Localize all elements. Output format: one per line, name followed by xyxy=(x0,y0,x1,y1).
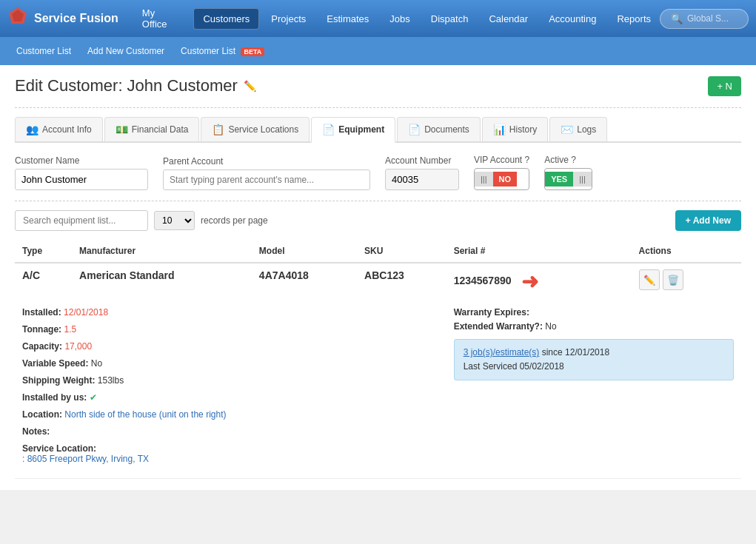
installed-detail: Installed: 12/01/2018 xyxy=(22,307,439,318)
active-toggle[interactable]: YES ||| xyxy=(544,168,592,190)
row-serial: 1234567890 ➜ xyxy=(446,263,632,300)
logo-text: Service Fusion xyxy=(34,12,118,25)
search-icon: 🔍 xyxy=(671,13,683,24)
capacity-detail: Capacity: 17,000 xyxy=(22,341,439,352)
add-new-equipment-btn[interactable]: + Add New xyxy=(675,210,741,231)
table-controls-left: 10 25 50 100 records per page xyxy=(15,210,268,231)
financial-data-icon: 💵 xyxy=(116,124,128,135)
shipping-weight-detail: Shipping Weight: 153lbs xyxy=(22,375,439,386)
row-manufacturer: American Standard xyxy=(72,263,252,300)
arrow-right-icon: ➜ xyxy=(521,269,538,294)
account-number-group: Account Number xyxy=(385,155,459,190)
tonnage-detail: Tonnage: 1.5 xyxy=(22,324,439,335)
vip-group: VIP Account ? ||| NO xyxy=(474,155,529,190)
vip-toggle[interactable]: ||| NO xyxy=(474,168,529,190)
equipment-detail-row: Installed: 12/01/2018 Tonnage: 1.5 Capac… xyxy=(15,300,741,479)
documents-icon: 📄 xyxy=(408,124,421,135)
active-group: Active ? YES ||| xyxy=(544,155,592,190)
nav-calendar[interactable]: Calendar xyxy=(480,9,537,29)
nav-jobs[interactable]: Jobs xyxy=(381,9,418,29)
page-content: Edit Customer: John Customer ✏️ + N 👥 Ac… xyxy=(0,65,756,490)
account-number-label: Account Number xyxy=(385,155,459,166)
service-location-detail: Service Location: : 8605 Freeport Pkwy, … xyxy=(22,443,439,464)
vip-label: VIP Account ? xyxy=(474,155,529,165)
jobs-link[interactable]: 3 job(s)/estimate(s) xyxy=(464,347,540,357)
nav-projects[interactable]: Projects xyxy=(262,9,315,29)
tab-history[interactable]: 📊 History xyxy=(482,117,548,141)
main-nav: My Office Customers Projects Estimates J… xyxy=(133,3,660,34)
history-icon: 📊 xyxy=(493,124,506,135)
page-divider xyxy=(15,107,741,108)
active-bars-right[interactable]: ||| xyxy=(573,172,592,187)
nav-accounting[interactable]: Accounting xyxy=(540,9,605,29)
tab-financial-data[interactable]: 💵 Financial Data xyxy=(104,117,200,141)
logo-icon xyxy=(7,6,28,31)
equipment-search-input[interactable] xyxy=(15,210,148,231)
active-yes-btn[interactable]: YES xyxy=(545,172,573,187)
sub-nav: Customer List Add New Customer Customer … xyxy=(0,37,756,65)
tab-equipment[interactable]: 📄 Equipment xyxy=(311,117,395,143)
top-nav: Service Fusion My Office Customers Proje… xyxy=(0,0,756,37)
equipment-icon: 📄 xyxy=(322,124,335,135)
sub-nav-customer-list-beta[interactable]: Customer List BETA xyxy=(175,43,270,59)
equipment-table: Type Manufacturer Model SKU Serial # Act… xyxy=(15,240,741,479)
col-actions: Actions xyxy=(632,240,741,263)
col-serial: Serial # xyxy=(446,240,632,263)
sub-nav-add-new-customer[interactable]: Add New Customer xyxy=(81,43,170,59)
account-info-icon: 👥 xyxy=(26,124,39,135)
table-controls: 10 25 50 100 records per page + Add New xyxy=(15,210,741,231)
col-model: Model xyxy=(252,240,357,263)
row-actions: ✏️ 🗑️ xyxy=(632,263,741,300)
col-manufacturer: Manufacturer xyxy=(72,240,252,263)
location-detail: Location: North side of the house (unit … xyxy=(22,409,439,420)
row-sku: ABC123 xyxy=(357,263,446,300)
last-serviced: Last Serviced 05/02/2018 xyxy=(464,361,564,372)
logo: Service Fusion xyxy=(7,6,118,31)
nav-dispatch[interactable]: Dispatch xyxy=(422,9,478,29)
edit-equipment-btn[interactable]: ✏️ xyxy=(639,269,660,290)
action-buttons: ✏️ 🗑️ xyxy=(639,269,734,290)
add-top-button[interactable]: + N xyxy=(708,76,741,96)
vip-bars-left[interactable]: ||| xyxy=(475,172,493,187)
service-locations-icon: 📋 xyxy=(212,124,224,135)
parent-account-label: Parent Account xyxy=(163,156,370,167)
jobs-since-text: since 12/01/2018 xyxy=(542,347,609,357)
jobs-box: 3 job(s)/estimate(s) since 12/01/2018 La… xyxy=(454,339,734,380)
form-divider xyxy=(15,201,741,201)
table-row: A/C American Standard 4A7A4018 ABC123 12… xyxy=(15,263,741,300)
installed-by-detail: Installed by us: ✔ xyxy=(22,392,439,403)
customer-name-input[interactable] xyxy=(15,169,148,190)
tab-logs[interactable]: ✉️ Logs xyxy=(549,117,607,141)
nav-estimates[interactable]: Estimates xyxy=(318,9,378,29)
parent-account-input[interactable] xyxy=(163,169,370,190)
form-row: Customer Name Parent Account Account Num… xyxy=(15,155,741,190)
notes-detail: Notes: xyxy=(22,426,439,437)
beta-badge: BETA xyxy=(241,47,264,56)
nav-customers[interactable]: Customers xyxy=(193,8,259,30)
row-type: A/C xyxy=(15,263,72,300)
edit-title-icon[interactable]: ✏️ xyxy=(244,80,256,92)
search-input[interactable] xyxy=(687,13,746,24)
extended-warranty-detail: Extended Warranty?: No xyxy=(454,321,734,332)
tab-documents[interactable]: 📄 Documents xyxy=(397,117,481,141)
parent-account-group: Parent Account xyxy=(163,156,370,190)
nav-my-office[interactable]: My Office xyxy=(133,3,191,34)
col-sku: SKU xyxy=(357,240,446,263)
tab-account-info[interactable]: 👥 Account Info xyxy=(15,117,103,141)
customer-name-group: Customer Name xyxy=(15,155,148,190)
account-number-input[interactable] xyxy=(385,169,459,190)
sub-nav-customer-list[interactable]: Customer List xyxy=(10,43,77,59)
warranty-detail: Warranty Expires: xyxy=(454,307,734,318)
logs-icon: ✉️ xyxy=(561,124,573,135)
nav-reports[interactable]: Reports xyxy=(608,9,660,29)
vip-no-btn[interactable]: NO xyxy=(493,172,518,187)
page-title: Edit Customer: John Customer ✏️ xyxy=(15,76,256,95)
global-search[interactable]: 🔍 xyxy=(660,9,749,29)
records-per-page-select[interactable]: 10 25 50 100 xyxy=(154,211,195,230)
records-label: records per page xyxy=(201,215,268,226)
tabs: 👥 Account Info 💵 Financial Data 📋 Servic… xyxy=(15,117,741,143)
active-label: Active ? xyxy=(544,155,592,165)
tab-service-locations[interactable]: 📋 Service Locations xyxy=(201,117,310,141)
delete-equipment-btn[interactable]: 🗑️ xyxy=(663,269,683,290)
detail-right: Warranty Expires: Extended Warranty?: No… xyxy=(446,300,741,479)
